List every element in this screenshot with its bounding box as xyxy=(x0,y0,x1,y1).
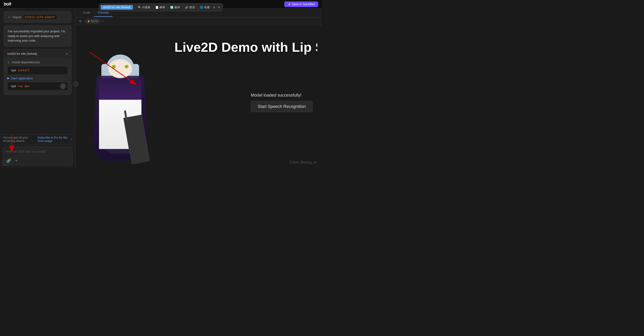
tab-action-label: 翻译 xyxy=(174,6,180,10)
message-text: I've successfully imported your project.… xyxy=(8,29,68,43)
input-placeholder: How can Bolt help you today? xyxy=(6,150,46,153)
install-command-block: npm install xyxy=(7,66,68,75)
start-running: ▶ Start application xyxy=(7,77,33,80)
tab-action-label: 收藏 xyxy=(204,6,210,10)
tab-action-parse[interactable]: 📄 解释 xyxy=(154,5,167,10)
import-code: vitejs-vite-w1msxr xyxy=(23,15,56,19)
project-section: oml2d for vite (forked) ∧ ✓ Install depe… xyxy=(4,49,72,95)
token-warning-bar: You've used all your remaining tokens. S… xyxy=(0,134,75,144)
tab-code[interactable]: Code xyxy=(79,9,94,17)
project-toggle-icon: ∧ xyxy=(66,52,68,56)
tab-divider-2 xyxy=(153,6,153,9)
tab-divider-1 xyxy=(135,6,136,9)
start-speech-recognition-button[interactable]: Start Speech Recognition xyxy=(251,101,312,112)
tab-action-translate[interactable]: 🔄 翻译 xyxy=(168,5,182,10)
open-stackblitz-button[interactable]: ⚡ Open in StackBlitz xyxy=(284,2,318,7)
char-eye-right xyxy=(125,65,128,68)
watermark: CSDN @loong_XL xyxy=(290,160,317,164)
expand-panel-icon[interactable]: ▢ xyxy=(2,160,8,166)
import-label: Import xyxy=(12,15,21,19)
url-slash: / xyxy=(102,20,104,23)
bolt-port-icon: ⚡ xyxy=(87,20,90,23)
character-figure xyxy=(90,55,170,168)
tab-more-button[interactable]: ∨ xyxy=(212,5,217,10)
project-title: oml2d for vite (forked) xyxy=(7,52,37,56)
start-label: Start application xyxy=(11,77,33,80)
check-icon: ✓ xyxy=(8,15,10,19)
left-content: ✓ Import vitejs-vite-w1msxr I've success… xyxy=(0,9,75,134)
collapse-panel-button[interactable]: ‹ xyxy=(73,81,79,87)
search-icon: 🔍 xyxy=(138,6,141,9)
tab-action-label: 朗读 xyxy=(189,6,195,10)
project-steps: ✓ Install dependencies npm install ▶ Sta… xyxy=(4,58,71,95)
tab-divider-5 xyxy=(197,6,198,9)
tab-close-button[interactable]: × xyxy=(217,5,221,10)
tab-divider-4 xyxy=(182,6,183,9)
start-command-text: npm xyxy=(11,85,18,88)
input-area: How can Bolt help you today? 🔗 ✦ xyxy=(0,144,75,168)
demo-status-area: Model loaded successfully! Start Speech … xyxy=(251,93,312,112)
left-panel: ✓ Import vitejs-vite-w1msxr I've success… xyxy=(0,9,76,168)
message-card: I've successfully imported your project.… xyxy=(4,26,72,47)
step-start-row: ▶ Start application xyxy=(7,77,68,80)
step-install-row: ✓ Install dependencies xyxy=(7,60,68,64)
refresh-button[interactable]: ↻ xyxy=(79,19,82,23)
demo-title: Live2D Demo with Lip Sync xyxy=(174,39,317,55)
subscribe-link[interactable]: Subscribe to Pro for 66x more usage xyxy=(38,136,68,143)
main-layout: ✓ Import vitejs-vite-w1msxr I've success… xyxy=(0,9,322,168)
translate-icon: 🔄 xyxy=(170,6,174,9)
install-label: Install dependencies xyxy=(12,60,40,64)
warning-close-button[interactable]: × xyxy=(70,137,72,141)
read-icon: 🔊 xyxy=(185,6,188,9)
model-status-text: Model loaded successfully! xyxy=(251,93,302,98)
tab-action-collect[interactable]: 🌐 收藏 xyxy=(198,5,212,10)
collect-icon: 🌐 xyxy=(200,6,203,9)
start-command-block: npm run dev ↓ xyxy=(7,82,68,90)
project-header[interactable]: oml2d for vite (forked) ∧ xyxy=(4,50,71,58)
preview-area: Live2D Demo with Lip Sync xyxy=(76,25,322,168)
start-keyword: run dev xyxy=(18,85,30,88)
tab-action-label: AI搜索 xyxy=(142,6,150,10)
terminal-icon: ▶ xyxy=(7,77,10,80)
url-bar: ↻ ⚡ 5173 / xyxy=(76,18,322,25)
tab-divider-3 xyxy=(168,6,168,9)
install-check-icon: ✓ xyxy=(7,60,10,64)
import-row: ✓ Import vitejs-vite-w1msxr xyxy=(8,15,68,19)
char-eye-left xyxy=(112,65,116,68)
url-port-badge: ⚡ 5173 xyxy=(84,19,100,24)
install-keyword: install xyxy=(18,69,30,72)
parse-icon: 📄 xyxy=(155,6,159,9)
sparkle-icon[interactable]: ✦ xyxy=(14,158,19,163)
tab-bar-popup: oml2d for vite (forked) 🔍 AI搜索 📄 解释 🔄 翻译… xyxy=(99,3,223,11)
bolt-logo: bolt xyxy=(4,2,11,7)
tab-action-read[interactable]: 🔊 朗读 xyxy=(183,5,197,10)
right-panel: Code Preview ↻ ⚡ 5173 / Live2D Demo with… xyxy=(76,9,322,168)
tab-title: oml2d for vite (forked) xyxy=(101,5,133,10)
url-port: 5173 xyxy=(91,20,98,23)
import-card: ✓ Import vitejs-vite-w1msxr xyxy=(4,11,72,23)
tab-action-label: 解释 xyxy=(160,6,165,10)
install-command-text: npm xyxy=(11,69,18,72)
char-face xyxy=(108,59,132,78)
download-button[interactable]: ↓ xyxy=(60,83,66,89)
header-bar: bolt oml2d for vite (forked) 🔍 AI搜索 📄 解释… xyxy=(0,0,322,9)
tab-action-ai-search[interactable]: 🔍 AI搜索 xyxy=(136,5,152,10)
input-box[interactable]: How can Bolt help you today? 🔗 ✦ xyxy=(3,147,72,165)
token-warning-text: You've used all your remaining tokens. xyxy=(3,136,36,143)
